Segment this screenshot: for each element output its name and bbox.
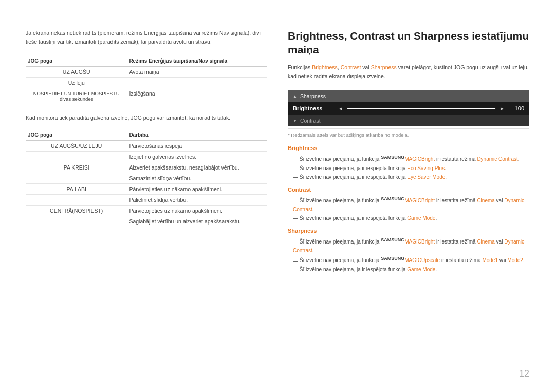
table-row: Uz leju [26, 77, 267, 88]
intro-text: Ja ekrānā nekas netiek rādīts (piemēram,… [26, 29, 267, 46]
table-cell: PA LABI [26, 184, 127, 195]
magic-bright-text-2: MAGICBright [404, 198, 435, 203]
table-row: UZ AUGŠU/UZ LEJU Pārvietošanās iespēja [26, 141, 267, 152]
sharpness-line-3: Šī izvēlne nav pieejama, ja ir iespējota… [288, 265, 529, 274]
table-cell: PA KREISI [26, 162, 127, 173]
table-row: CENTRĀ(NOSPIEST) Pārvietojieties uz nāka… [26, 206, 267, 216]
page-title: Brightness, Contrast un Sharpness iestat… [288, 29, 529, 57]
section-note: Kad monitorā tiek parādīta galvenā izvēl… [26, 114, 267, 122]
table-cell: Palieliniet slīdņa vērtību. [127, 195, 267, 206]
slider-main-label: Brightness [293, 105, 334, 111]
slider-fill [347, 108, 495, 109]
slider-header-label: Sharpness [300, 93, 326, 99]
arrow-down-icon: ▼ [293, 119, 297, 123]
brightness-line-2: Šī izvēlne nav pieejama, ja ir iespējota… [288, 164, 529, 173]
magic-upscale-text: MAGICUpscale [404, 258, 440, 264]
slider-widget: ▲ Sharpness Brightness ◄ ► 100 ▼ Contras… [288, 90, 529, 126]
cinema-text-2: Cinema [477, 239, 494, 245]
table-cell: CENTRĀ(NOSPIEST) [26, 206, 127, 216]
sharpness-link: Sharpness [371, 64, 397, 70]
samsung-text: SAMSUNG [381, 155, 404, 160]
table1-col2-header: Režīms Enerģijas taupīšana/Nav signāla [127, 55, 267, 67]
sharpness-heading: Sharpness [288, 228, 529, 234]
table-cell: Pārvietojieties uz nākamo apakšlīmeni. [127, 184, 267, 195]
table-row: PA LABI Pārvietojieties uz nākamo apakšl… [26, 184, 267, 195]
mode2-text: Mode2 [507, 258, 523, 264]
samsung-text-3: SAMSUNG [381, 237, 404, 242]
slider-footer-label: Contrast [300, 118, 321, 124]
table-cell: Pārvietojieties uz nākamo apakšlīmeni. [127, 206, 267, 216]
table-row: Izejiet no galvenās izvēlnes. [26, 152, 267, 162]
magic-bright-text: MAGICBright [404, 157, 435, 162]
table-cell: Samaziniet slīdņa vērtību. [127, 173, 267, 184]
right-intro: Funkcijas Brightness, Contrast vai Sharp… [288, 63, 529, 82]
brightness-heading: Brightness [288, 145, 529, 151]
table-cell: NOSPIEDIET UN TURIET NOSPIESTU divas sek… [26, 88, 127, 104]
table-cell: UZ AUGŠU/UZ LEJU [26, 141, 127, 152]
table-jog-1: JOG poga Režīms Enerģijas taupīšana/Nav … [26, 55, 267, 104]
table-cell: Pārvietošanās iespēja [127, 141, 267, 152]
table-row: UZ AUGŠU Avota maiņa [26, 66, 267, 77]
table-cell [127, 77, 267, 88]
table-cell [26, 216, 127, 227]
table-row: PA KREISI Aizveriet apakšsarakstu, nesag… [26, 162, 267, 173]
eye-saver-text: Eye Saver Mode [407, 174, 445, 180]
magic-bright-text-3: MAGICBright [404, 239, 435, 245]
table-row: Samaziniet slīdņa vērtību. [26, 173, 267, 184]
table-cell [26, 152, 127, 162]
table2-col2-header: Darbība [127, 129, 267, 141]
right-column: Brightness, Contrast un Sharpness iestat… [288, 21, 529, 371]
table2-col1-header: JOG poga [26, 129, 127, 141]
table-cell: Izejiet no galvenās izvēlnes. [127, 152, 267, 162]
table-row: NOSPIEDIET UN TURIET NOSPIESTU divas sek… [26, 88, 267, 104]
slider-right-arrow-icon: ► [499, 106, 505, 111]
slider-bar [347, 108, 495, 109]
contrast-line-1: Šī izvēlne nav pieejama, ja funkcija SAM… [288, 195, 529, 214]
samsung-text-4: SAMSUNG [381, 256, 404, 261]
slider-value: 100 [509, 105, 524, 111]
contrast-heading: Contrast [288, 186, 529, 193]
brightness-line-3: Šī izvēlne nav pieejama, ja ir iespējota… [288, 173, 529, 181]
table-cell [26, 173, 127, 184]
table-cell: Aizveriet apakšsarakstu, nesaglabājot vē… [127, 162, 267, 173]
slider-footer: ▼ Contrast [288, 115, 529, 126]
table-cell: Izslēgšana [127, 88, 267, 104]
mode1-text: Mode1 [482, 258, 498, 264]
eco-saving-text: Eco Saving Plus [407, 165, 445, 171]
remark-text: * Redzamais attēls var būt atšķirīgs atk… [288, 128, 529, 138]
sharpness-line-1: Šī izvēlne nav pieejama, ja funkcija SAM… [288, 236, 529, 255]
table-cell: Avota maiņa [127, 66, 267, 77]
table-cell: Uz leju [26, 77, 127, 88]
samsung-text-2: SAMSUNG [381, 196, 404, 201]
game-mode-text: Game Mode [407, 215, 435, 221]
sharpness-line-2: Šī izvēlne nav pieejama, ja funkcija SAM… [288, 255, 529, 265]
brightness-line-1: Šī izvēlne nav pieejama, ja funkcija SAM… [288, 154, 529, 163]
brightness-link: Brightness [312, 64, 338, 70]
table-cell: Saglabājiet vērtību un aizveriet apakšsa… [127, 216, 267, 227]
left-column: Ja ekrānā nekas netiek rādīts (piemēram,… [26, 21, 267, 371]
contrast-line-2: Šī izvēlne nav pieejama, ja ir iespējota… [288, 214, 529, 222]
table-cell: UZ AUGŠU [26, 66, 127, 77]
slider-header: ▲ Sharpness [288, 90, 529, 102]
arrow-up-icon: ▲ [293, 94, 297, 99]
page-number: 12 [519, 368, 529, 379]
table1-col1-header: JOG poga [26, 55, 127, 67]
contrast-link: Contrast [341, 64, 361, 70]
slider-row: Brightness ◄ ► 100 [288, 102, 529, 115]
dynamic-contrast-text: Dynamic Contrast [477, 157, 517, 162]
table-row: Saglabājiet vērtību un aizveriet apakšsa… [26, 216, 267, 227]
table-row: Palieliniet slīdņa vērtību. [26, 195, 267, 206]
game-mode-text-2: Game Mode [407, 267, 435, 272]
table-cell [26, 195, 127, 206]
cinema-text: Cinema [477, 198, 494, 203]
slider-left-arrow-icon: ◄ [338, 106, 343, 111]
table-jog-2: JOG poga Darbība UZ AUGŠU/UZ LEJU Pārvie… [26, 129, 267, 227]
